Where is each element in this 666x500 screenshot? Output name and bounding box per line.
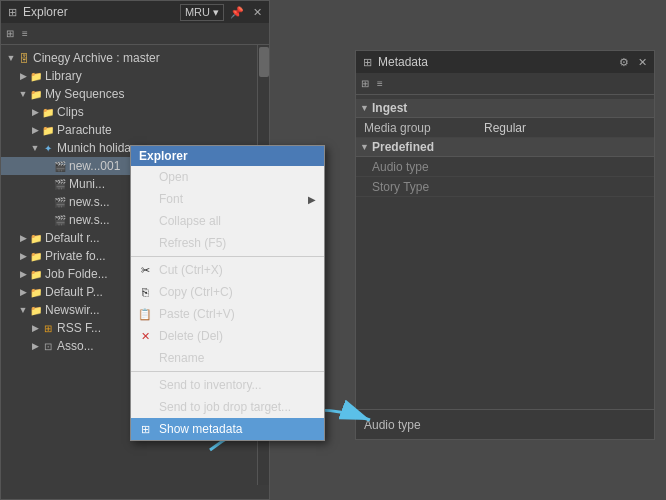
new001-film-icon: 🎬 <box>53 159 67 173</box>
metadata-settings-button[interactable]: ⚙ <box>616 55 632 70</box>
tree-label-privatefo: Private fo... <box>45 249 106 263</box>
ctx-open[interactable]: Open <box>131 166 324 188</box>
expand-defaultp[interactable]: ▶ <box>17 286 29 298</box>
expand-parachute[interactable]: ▶ <box>29 124 41 136</box>
expand-rss[interactable]: ▶ <box>29 322 41 334</box>
ctx-send-job[interactable]: Send to job drop target... <box>131 396 324 418</box>
metadata-toolbar-btn2[interactable]: ≡ <box>374 77 386 90</box>
explorer-toolbar: ⊞ ≡ <box>1 23 269 45</box>
tree-label-rss: RSS F... <box>57 321 101 335</box>
predefined-section-label: Predefined <box>372 140 434 154</box>
context-menu-header: Explorer <box>131 146 324 166</box>
ctx-collapse[interactable]: Collapse all <box>131 210 324 232</box>
expand-root[interactable]: ▼ <box>5 52 17 64</box>
ctx-copy-icon: ⎘ <box>137 284 153 300</box>
tree-label-munich: Munich holiday <box>57 141 137 155</box>
tree-label-defaultr: Default r... <box>45 231 100 245</box>
explorer-pin-button[interactable]: 📌 <box>227 5 247 20</box>
tree-item-root[interactable]: ▼ 🗄 Cinegy Archive : master <box>1 49 269 67</box>
expand-jobfolde[interactable]: ▶ <box>17 268 29 280</box>
metadata-footer-label: Audio type <box>364 418 421 432</box>
expand-news2[interactable] <box>41 214 53 226</box>
tree-label-new001: new...001 <box>69 159 120 173</box>
tree-label-clips: Clips <box>57 105 84 119</box>
metadata-toolbar: ⊞ ≡ <box>356 73 654 95</box>
archive-icon: 🗄 <box>17 51 31 65</box>
library-folder-icon: 📁 <box>29 69 43 83</box>
metadata-close-button[interactable]: ✕ <box>635 55 650 70</box>
context-menu: Explorer Open Font ▶ Collapse all Refres… <box>130 145 325 441</box>
explorer-panel-icon: ⊞ <box>5 5 19 19</box>
media-group-key: Media group <box>364 121 484 135</box>
ctx-rename[interactable]: Rename <box>131 347 324 369</box>
explorer-titlebar: ⊞ Explorer MRU ▾ 📌 ✕ <box>1 1 269 23</box>
asso-icon: ⊡ <box>41 339 55 353</box>
toolbar-btn-1[interactable]: ⊞ <box>3 27 17 40</box>
metadata-toolbar-btn1[interactable]: ⊞ <box>358 77 372 90</box>
expand-clips[interactable]: ▶ <box>29 106 41 118</box>
ctx-copy-label: Copy (Ctrl+C) <box>159 285 233 299</box>
expand-privatefo[interactable]: ▶ <box>17 250 29 262</box>
ingest-section-header[interactable]: ▼ Ingest <box>356 99 654 118</box>
audio-type-label: Audio type <box>372 160 429 174</box>
media-group-row: Media group Regular <box>356 118 654 138</box>
newswir-folder-icon: 📁 <box>29 303 43 317</box>
ctx-font-label: Font <box>159 192 183 206</box>
ctx-sep-2 <box>131 371 324 372</box>
ctx-font-submenu-arrow: ▶ <box>308 194 316 205</box>
expand-muni[interactable] <box>41 178 53 190</box>
ctx-cut[interactable]: ✂ Cut (Ctrl+X) <box>131 259 324 281</box>
explorer-titlebar-controls: MRU ▾ 📌 ✕ <box>180 4 265 21</box>
tree-item-parachute[interactable]: ▶ 📁 Parachute <box>1 121 269 139</box>
ctx-font[interactable]: Font ▶ <box>131 188 324 210</box>
defaultr-folder-icon: 📁 <box>29 231 43 245</box>
tree-label-mysequences: My Sequences <box>45 87 124 101</box>
explorer-close-button[interactable]: ✕ <box>250 5 265 20</box>
ctx-send-job-label: Send to job drop target... <box>159 400 291 414</box>
tree-label-news1: new.s... <box>69 195 110 209</box>
tree-label-asso: Asso... <box>57 339 94 353</box>
ctx-copy[interactable]: ⎘ Copy (Ctrl+C) <box>131 281 324 303</box>
metadata-panel-icon: ⊞ <box>360 55 374 69</box>
tree-item-mysequences[interactable]: ▼ 📁 My Sequences <box>1 85 269 103</box>
metadata-footer: Audio type <box>356 409 654 439</box>
ctx-paste-label: Paste (Ctrl+V) <box>159 307 235 321</box>
expand-munich[interactable]: ▼ <box>29 142 41 154</box>
explorer-panel-title: Explorer <box>23 5 176 19</box>
ctx-refresh[interactable]: Refresh (F5) <box>131 232 324 254</box>
tree-label-jobfolde: Job Folde... <box>45 267 108 281</box>
predefined-section-header[interactable]: ▼ Predefined <box>356 138 654 157</box>
munich-folder-icon: ✦ <box>41 141 55 155</box>
tree-item-library[interactable]: ▶ 📁 Library <box>1 67 269 85</box>
metadata-content: ▼ Ingest Media group Regular ▼ Predefine… <box>356 95 654 201</box>
clips-folder-icon: 📁 <box>41 105 55 119</box>
expand-news1[interactable] <box>41 196 53 208</box>
privatefo-folder-icon: 📁 <box>29 249 43 263</box>
metadata-titlebar: ⊞ Metadata ⚙ ✕ <box>356 51 654 73</box>
expand-asso[interactable]: ▶ <box>29 340 41 352</box>
scrollbar-thumb[interactable] <box>259 47 269 77</box>
news1-film-icon: 🎬 <box>53 195 67 209</box>
expand-mysequences[interactable]: ▼ <box>17 88 29 100</box>
ctx-send-inventory[interactable]: Send to inventory... <box>131 374 324 396</box>
expand-new001[interactable] <box>41 160 53 172</box>
expand-newswir[interactable]: ▼ <box>17 304 29 316</box>
tree-label-newswir: Newswir... <box>45 303 100 317</box>
audio-type-item: Audio type <box>356 157 654 177</box>
parachute-folder-icon: 📁 <box>41 123 55 137</box>
ctx-paste-icon: 📋 <box>137 306 153 322</box>
tree-item-clips[interactable]: ▶ 📁 Clips <box>1 103 269 121</box>
mru-dropdown[interactable]: MRU ▾ <box>180 4 224 21</box>
expand-defaultr[interactable]: ▶ <box>17 232 29 244</box>
ctx-refresh-label: Refresh (F5) <box>159 236 226 250</box>
ctx-sep-1 <box>131 256 324 257</box>
story-type-item: Story Type <box>356 177 654 197</box>
expand-library[interactable]: ▶ <box>17 70 29 82</box>
ctx-open-label: Open <box>159 170 188 184</box>
ctx-delete[interactable]: ✕ Delete (Del) <box>131 325 324 347</box>
toolbar-btn-2[interactable]: ≡ <box>19 27 31 40</box>
predefined-expand-icon: ▼ <box>360 142 372 152</box>
defaultp-folder-icon: 📁 <box>29 285 43 299</box>
ctx-show-metadata[interactable]: ⊞ Show metadata <box>131 418 324 440</box>
ctx-cut-icon: ✂ <box>137 262 153 278</box>
